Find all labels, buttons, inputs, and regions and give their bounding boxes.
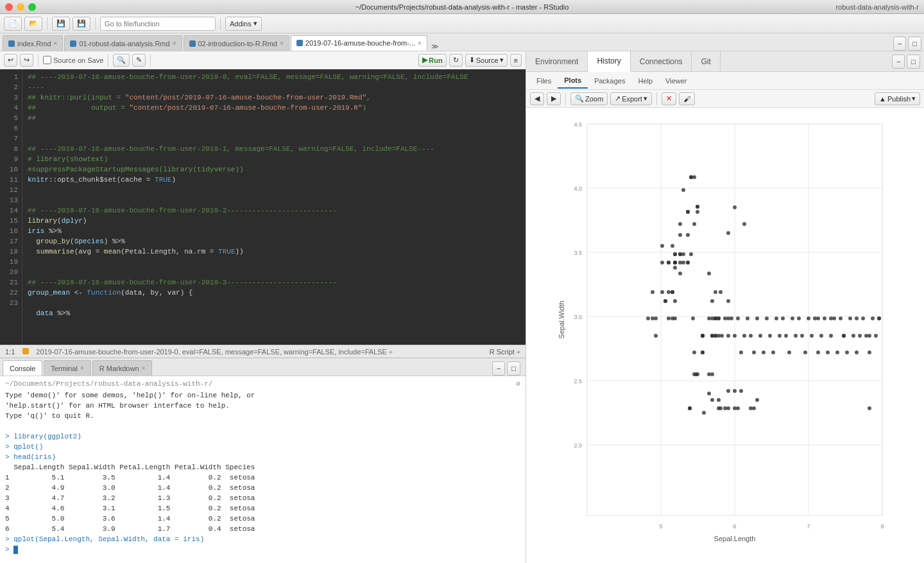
search-button[interactable]: 🔍	[113, 54, 130, 67]
right-maximize-button[interactable]: □	[907, 55, 920, 69]
fp-tab-help[interactable]: Help	[631, 73, 659, 89]
svg-point-129	[794, 334, 798, 338]
save-all-button[interactable]: 💾	[73, 17, 90, 31]
tab-amuse-bouche[interactable]: 2019-07-16-amuse-bouche-from-... ×	[291, 35, 427, 51]
tab-02-intro[interactable]: 02-introduction-to-R.Rmd ×	[184, 35, 289, 51]
svg-point-65	[673, 252, 677, 256]
tab-close-1[interactable]: ×	[173, 40, 176, 47]
run-button[interactable]: ▶ Run	[418, 54, 446, 67]
svg-point-124	[778, 334, 782, 338]
svg-point-76	[707, 272, 711, 275]
source-on-save-checkbox[interactable]	[43, 56, 51, 64]
tab-environment[interactable]: Environment	[526, 51, 588, 72]
fp-tab-packages[interactable]: Packages	[588, 73, 631, 89]
svg-point-123	[774, 316, 778, 320]
code-content[interactable]: 12345 678910 1112131415 1617181920 21222…	[0, 69, 526, 345]
console-clear-icon[interactable]: ⊘	[516, 379, 520, 390]
zoom-button[interactable]: 🔍 Zoom	[570, 92, 608, 105]
fp-tab-plots[interactable]: Plots	[558, 73, 588, 89]
svg-point-156	[702, 411, 706, 415]
editor-tabs-bar: index.Rmd × 01-robust-data-analysis.Rmd …	[0, 33, 924, 51]
open-file-button[interactable]: 📂	[24, 17, 42, 31]
terminal-close[interactable]: ×	[80, 365, 84, 372]
console-output-line-3: Type 'q()' to quit R.	[5, 411, 520, 421]
tab-index-rmd[interactable]: index.Rmd ×	[3, 35, 63, 51]
tab-git[interactable]: Git	[692, 51, 720, 72]
tab-close-0[interactable]: ×	[54, 40, 58, 47]
minimize-button[interactable]	[17, 3, 24, 11]
console-tab-rmarkdown[interactable]: R Markdown ×	[92, 360, 153, 376]
clear-plots-button[interactable]: 🖌	[679, 92, 695, 105]
next-plot-button[interactable]: ▶	[547, 92, 561, 105]
console-tab-terminal[interactable]: Terminal ×	[44, 360, 90, 376]
right-panel-tabs: Environment History Connections Git − □	[526, 51, 924, 72]
addins-button[interactable]: Addins ▾	[225, 17, 262, 31]
tab-01-robust[interactable]: 01-robust-data-analysis.Rmd ×	[64, 35, 182, 51]
source-on-save-label[interactable]: Source on Save	[43, 56, 103, 64]
console-out-2: 2 4.9 3.0 1.4 0.2 setosa	[5, 483, 520, 493]
undo-button[interactable]: ↩	[4, 54, 17, 67]
save-button[interactable]: 💾	[52, 17, 70, 31]
tab-history[interactable]: History	[588, 51, 630, 72]
svg-point-45	[678, 272, 682, 275]
console-out-6: 6 5.4 3.9 1.7 0.4 setosa	[5, 524, 520, 534]
edit-button[interactable]: ✎	[132, 54, 146, 67]
tab-close-3[interactable]: ×	[418, 40, 422, 47]
console-out-3: 3 4.7 3.2 1.3 0.2 setosa	[5, 493, 520, 503]
close-button[interactable]	[5, 3, 13, 11]
code-text[interactable]: ## ----2019-07-16-amuse-bouche-from-user…	[22, 69, 526, 345]
svg-point-101	[701, 334, 705, 338]
tabs-maximize-controls: − □	[893, 37, 921, 51]
console-out-1: 1 5.1 3.5 1.4 0.2 setosa	[5, 472, 520, 483]
line-numbers: 12345 678910 1112131415 1617181920 21222…	[0, 69, 22, 345]
format-button[interactable]: ≡	[510, 54, 522, 67]
fp-tab-files[interactable]: Files	[530, 73, 558, 89]
console-cmd-3: > head(iris)	[5, 452, 520, 462]
minimize-pane-button[interactable]: −	[893, 37, 906, 51]
svg-point-170	[742, 222, 746, 226]
svg-point-116	[752, 351, 756, 354]
tab-connections[interactable]: Connections	[631, 51, 692, 72]
console-minimize-button[interactable]: −	[492, 361, 505, 376]
source-button[interactable]: ⬇ Source ▾	[465, 54, 508, 67]
svg-point-67	[719, 290, 723, 294]
maximize-pane-button[interactable]: □	[908, 37, 921, 51]
left-pane: ↩ ↪ Source on Save 🔍 ✎ ▶ Run ↻ ⬇ Source …	[0, 51, 526, 563]
go-to-file-input[interactable]	[100, 17, 216, 31]
svg-text:6: 6	[733, 523, 736, 530]
maximize-button[interactable]	[28, 3, 36, 11]
new-file-button[interactable]: 📄	[4, 17, 22, 31]
svg-point-56	[671, 290, 674, 294]
fp-tab-viewer[interactable]: Viewer	[659, 73, 693, 89]
svg-text:8: 8	[880, 523, 884, 530]
export-button[interactable]: ↗ Export ▾	[610, 92, 652, 105]
svg-point-49	[681, 252, 685, 256]
toolbar-separator	[47, 17, 47, 30]
svg-point-111	[736, 316, 740, 320]
svg-point-73	[710, 299, 714, 303]
console-output[interactable]: ~/Documents/Projects/robust-data-analysi…	[0, 376, 526, 563]
console-tab-console[interactable]: Console	[3, 360, 42, 376]
svg-point-64	[646, 316, 650, 320]
svg-point-169	[726, 231, 730, 235]
svg-point-148	[855, 316, 859, 320]
ed-sep-2	[108, 54, 108, 67]
tab-close-2[interactable]: ×	[280, 40, 284, 47]
right-minimize-button[interactable]: −	[892, 55, 905, 69]
console-maximize-button[interactable]: □	[507, 361, 520, 376]
publish-button[interactable]: ▲ Publish ▾	[875, 92, 920, 105]
rerun-button[interactable]: ↻	[449, 54, 463, 67]
svg-point-44	[660, 244, 664, 248]
delete-plot-button[interactable]: ✕	[662, 92, 676, 105]
svg-point-117	[755, 316, 759, 320]
tabs-overflow-button[interactable]: ≫	[429, 42, 441, 51]
svg-text:3.0: 3.0	[574, 314, 582, 320]
svg-point-153	[871, 316, 875, 320]
rmarkdown-close[interactable]: ×	[142, 365, 146, 372]
script-type: R Script ÷	[490, 348, 520, 356]
prev-plot-button[interactable]: ◀	[530, 92, 544, 105]
console-path: ~/Documents/Projects/robust-data-analysi…	[5, 379, 212, 389]
redo-button[interactable]: ↪	[20, 54, 33, 67]
svg-point-109	[730, 316, 733, 320]
svg-point-164	[752, 406, 756, 410]
